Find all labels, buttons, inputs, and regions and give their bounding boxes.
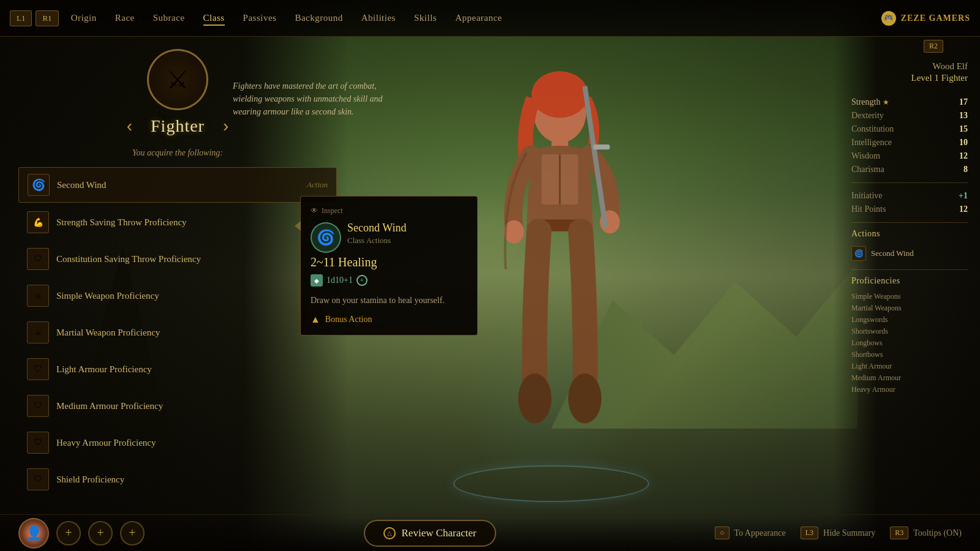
bottom-left-controls: 👤 + + + [18,518,145,549]
dice-value: 1d10+1 [326,276,353,285]
action-second-wind-icon: 🌀 [851,246,866,261]
tooltip-spell-icon: 🌀 [311,222,341,253]
light-armour-icon: 🛡 [27,358,49,380]
stat-wisdom: Wisdom 12 [851,149,968,163]
add-companion-1-button[interactable]: + [56,521,81,545]
prof-martial-weapons: Martial Weapons [851,302,968,314]
tooltip-inspect-row: 👁 Inspect [311,206,467,216]
inspect-eye-icon: 👁 [311,206,318,216]
con-save-icon: 🛡 [27,248,49,270]
prof-longbows: Longbows [851,337,968,349]
logo-icon: 🎮 [881,11,896,26]
intelligence-value: 10 [959,138,968,148]
stat-constitution: Constitution 15 [851,122,968,136]
stat-intelligence: Intelligence 10 [851,136,968,149]
to-appearance-action[interactable]: ○ To Appearance [715,527,785,539]
svg-point-1 [532,71,588,118]
wisdom-value: 12 [959,151,968,161]
charisma-label: Charisma [851,165,884,174]
shield-icon: 🛡 [27,468,49,490]
medium-armour-icon: 🛡 [27,395,49,417]
l1-button[interactable]: L1 [10,10,32,26]
main-content: Fighters have mastered the art of combat… [0,37,980,514]
appearance-badge: ○ [715,527,729,539]
add-companion-2-button[interactable]: + [88,521,113,545]
martial-weapon-icon: ⚔ [27,321,49,343]
prof-shortswords: Shortswords [851,326,968,337]
bottom-bar: 👤 + + + △ Review Character ○ To Appearan… [0,514,980,551]
wisdom-label: Wisdom [851,151,880,161]
character-race: Wood Elf [851,61,968,72]
bottom-right-controls: ○ To Appearance L3 Hide Summary R3 Toolt… [715,527,962,539]
nav-background[interactable]: Background [295,10,342,26]
heavy-armour-icon: 🛡 [27,432,49,454]
dice-icon: ◆ [311,274,323,287]
hitpoints-label: Hit Points [851,204,886,214]
prof-longswords: Longswords [851,314,968,326]
review-character-label: Review Character [402,527,477,539]
logo-text: ZEZE GAMERS [901,13,970,23]
r2-badge: R2 [924,40,943,53]
tooltip-description: Draw on your stamina to heal yourself. [311,294,467,307]
tooltips-action[interactable]: R3 Tooltips (ON) [890,527,962,539]
second-wind-icon: 🌀 [28,174,50,196]
tooltip-arrow [295,221,301,231]
dexterity-value: 13 [959,111,968,121]
hide-summary-label: Hide Summary [823,528,875,538]
svg-point-9 [568,373,601,424]
strength-star-icon: ★ [883,98,889,107]
tooltips-label: Tooltips (ON) [913,528,962,538]
actions-divider [851,222,968,223]
review-triangle-icon: △ [383,527,396,539]
proficiencies-title: Proficiencies [851,276,968,286]
stat-initiative: Initiative +1 [851,189,968,203]
prof-simple-weapons: Simple Weapons [851,291,968,302]
tooltips-badge: R3 [890,527,908,539]
prof-medium-armour: Medium Armour [851,372,968,384]
prev-class-button[interactable]: ‹ [127,118,132,135]
controller-buttons: L1 R1 [10,10,59,26]
nav-skills[interactable]: Skills [414,10,437,26]
character-avatar[interactable]: 👤 [18,518,49,549]
initiative-value: +1 [959,191,968,201]
top-navigation: L1 R1 Origin Race Subrace Class Passives… [0,0,980,37]
hide-summary-action[interactable]: L3 Hide Summary [801,527,876,539]
bottom-center-controls: △ Review Character [364,520,496,547]
stat-hitpoints: Hit Points 12 [851,203,968,216]
nav-origin[interactable]: Origin [71,10,97,26]
nav-appearance[interactable]: Appearance [455,10,502,26]
appearance-label: To Appearance [734,528,786,538]
prof-heavy-armour: Heavy Armour [851,384,968,395]
svg-rect-11 [593,144,609,149]
nav-race[interactable]: Race [115,10,135,26]
next-class-button[interactable]: › [223,118,228,135]
strength-label: Strength ★ [851,97,889,107]
review-character-button[interactable]: △ Review Character [364,520,496,547]
tooltip-bonus-row: ▲ Bonus Action [311,314,467,325]
logo: 🎮 ZEZE GAMERS [881,11,970,26]
str-save-icon: 💪 [27,211,49,233]
svg-point-8 [518,373,551,424]
class-icon-container: ⚔ [147,49,208,110]
dice-plus-icon: + [356,275,368,286]
strength-value: 17 [959,97,968,107]
prof-shortbows: Shortbows [851,349,968,361]
nav-class[interactable]: Class [203,10,225,26]
nav-abilities[interactable]: Abilities [361,10,396,26]
inspect-label: Inspect [322,206,343,216]
intelligence-label: Intelligence [851,138,892,148]
right-panel: R2 Wood Elf Level 1 Fighter Strength ★ 1… [845,37,980,514]
constitution-label: Constitution [851,124,894,134]
nav-passives[interactable]: Passives [243,10,277,26]
initiative-label: Initiative [851,191,883,201]
r1-button[interactable]: R1 [36,10,58,26]
proficiencies-divider [851,269,968,270]
stats-divider [851,182,968,183]
prof-light-armour: Light Armour [851,361,968,372]
tooltip-dice-row: ◆ 1d10+1 + [311,274,467,287]
tooltip-title: Second Wind [347,222,406,234]
add-companion-3-button[interactable]: + [120,521,145,545]
nav-subrace[interactable]: Subrace [153,10,185,26]
charisma-value: 8 [963,165,968,174]
nav-menu: Origin Race Subrace Class Passives Backg… [71,10,881,26]
